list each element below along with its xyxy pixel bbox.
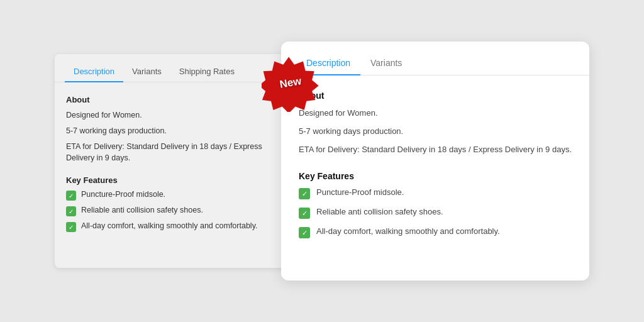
feature-2-right: ✓ Reliable anti collision safety shoes. [299, 207, 572, 219]
feature-3-right: ✓ All-day comfort, walking smoothly and … [299, 226, 572, 238]
about-section-right: About Designed for Women. 5-7 working da… [299, 91, 572, 156]
feature-1-left: ✓ Puncture-Proof midsole. [66, 190, 289, 201]
features-title-right: Key Features [299, 171, 572, 181]
new-badge: New [262, 54, 319, 112]
about-title-left: About [66, 95, 289, 104]
about-line-2-right: 5-7 working days production. [299, 125, 572, 138]
about-section-left: About Designed for Women. 5-7 working da… [66, 95, 289, 164]
about-line-1-right: Designed for Women. [299, 107, 572, 120]
feature-2-left: ✓ Reliable anti collision safety shoes. [66, 206, 289, 216]
feature-text-1-right: Puncture-Proof midsole. [316, 187, 404, 197]
check-icon-3-right: ✓ [299, 227, 310, 238]
check-icon-2-left: ✓ [66, 206, 76, 216]
feature-3-left: ✓ All-day comfort, walking smoothly and … [66, 221, 289, 232]
tab-variants-left[interactable]: Variants [123, 62, 170, 82]
about-line-2-left: 5-7 working days production. [66, 125, 289, 137]
tab-shipping-left[interactable]: Shipping Rates [170, 62, 243, 82]
check-icon-3-left: ✓ [66, 222, 76, 232]
about-line-3-right: ETA for Delivery: Standard Delivery in 1… [299, 143, 572, 157]
features-section-left: Key Features ✓ Puncture-Proof midsole. ✓… [66, 175, 289, 232]
tab-description-left[interactable]: Description [65, 62, 123, 82]
right-tab-bar: Description Variants [281, 42, 589, 75]
features-title-left: Key Features [66, 175, 289, 185]
feature-text-1-left: Puncture-Proof midsole. [81, 190, 165, 199]
about-line-1-left: Designed for Women. [66, 109, 289, 121]
feature-text-3-right: All-day comfort, walking smoothly and co… [316, 226, 500, 236]
about-title-right: About [299, 91, 572, 101]
tab-variants-right[interactable]: Variants [360, 52, 412, 75]
feature-text-3-left: All-day comfort, walking smoothly and co… [81, 221, 257, 230]
feature-text-2-right: Reliable anti collision safety shoes. [316, 207, 443, 216]
right-product-card: Description Variants About Designed for … [281, 42, 589, 280]
check-icon-1-left: ✓ [66, 191, 76, 201]
feature-text-2-left: Reliable anti collision safety shoes. [81, 206, 203, 214]
features-section-right: Key Features ✓ Puncture-Proof midsole. ✓… [299, 171, 572, 238]
check-icon-1-right: ✓ [299, 188, 310, 199]
feature-1-right: ✓ Puncture-Proof midsole. [299, 187, 572, 199]
about-line-3-left: ETA for Delivery: Standard Delivery in 1… [66, 141, 289, 165]
right-card-body: About Designed for Women. 5-7 working da… [281, 75, 589, 261]
check-icon-2-right: ✓ [299, 208, 310, 219]
